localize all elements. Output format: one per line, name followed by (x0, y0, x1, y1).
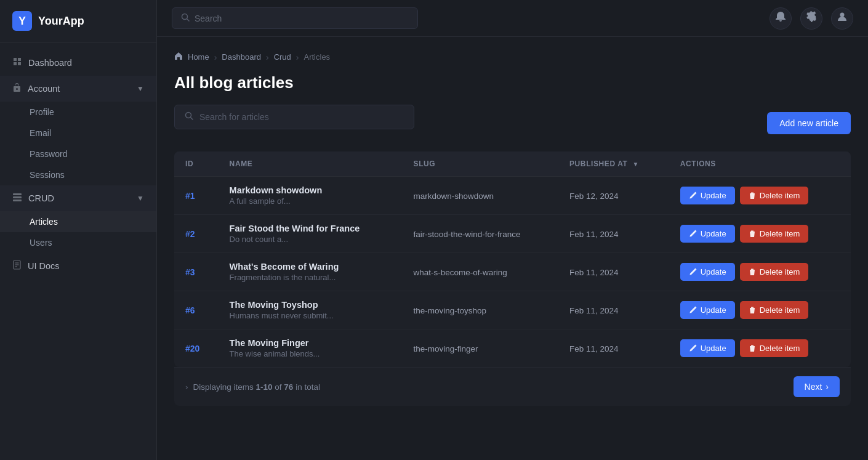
sidebar-item-label: UI Docs (28, 261, 60, 271)
cell-slug: fair-stood-the-wind-for-france (403, 215, 558, 253)
article-date-value: Feb 11, 2024 (569, 230, 619, 239)
cell-date: Feb 11, 2024 (558, 291, 669, 329)
sidebar-navigation: Dashboard Account ▼ Profile Email Passwo… (0, 42, 156, 460)
sidebar-subitem-email[interactable]: Email (0, 123, 156, 143)
edit-icon (689, 268, 697, 276)
delete-button[interactable]: Delete item (740, 301, 809, 319)
breadcrumb-home[interactable]: Home (188, 52, 209, 62)
article-excerpt-value: A full sample of... (230, 196, 392, 206)
update-button[interactable]: Update (680, 301, 735, 319)
topbar (157, 0, 868, 37)
app-logo[interactable]: Y YourApp (0, 0, 156, 42)
table-row: #6 The Moving Toyshop Humans must never … (174, 291, 851, 329)
delete-button[interactable]: Delete item (740, 339, 809, 357)
breadcrumb-dashboard[interactable]: Dashboard (222, 52, 261, 62)
sort-icon: ▼ (632, 161, 639, 167)
delete-button[interactable]: Delete item (740, 187, 809, 204)
notifications-button[interactable] (770, 7, 792, 30)
avatar-icon (837, 11, 848, 25)
article-date-value: Feb 11, 2024 (569, 306, 619, 315)
table-header: ID NAME SLUG PUBLISHED AT ▼ ACTIONS (174, 151, 851, 177)
action-buttons: Update Delete item (680, 263, 840, 281)
article-slug-value: fair-stood-the-wind-for-france (414, 230, 521, 239)
article-search-box[interactable] (174, 105, 414, 129)
sidebar-item-account[interactable]: Account ▼ (0, 76, 156, 102)
articles-tbody: #1 Markdown showdown A full sample of...… (174, 177, 851, 368)
breadcrumb-current: Articles (304, 52, 331, 62)
search-icon (181, 13, 190, 23)
search-input[interactable] (195, 14, 409, 23)
update-button[interactable]: Update (680, 187, 735, 204)
dashboard-icon (12, 57, 22, 69)
col-slug: SLUG (403, 151, 558, 177)
cell-date: Feb 11, 2024 (558, 329, 669, 368)
sidebar-subitem-profile[interactable]: Profile (0, 102, 156, 123)
bell-icon (775, 11, 786, 25)
breadcrumb: Home › Dashboard › Crud › Articles (174, 52, 851, 62)
cell-id: #2 (174, 215, 219, 253)
sidebar-item-uidocs[interactable]: UI Docs (0, 253, 156, 279)
expand-icon[interactable]: › (185, 382, 188, 392)
cell-slug: markdown-showdown (403, 177, 558, 215)
cell-actions: Update Delete item (669, 215, 851, 253)
update-button[interactable]: Update (680, 225, 735, 243)
article-excerpt-value: Do not count a... (230, 235, 392, 244)
article-search-icon (185, 111, 193, 123)
trash-icon (749, 306, 756, 314)
home-icon (174, 52, 183, 62)
sidebar-item-crud[interactable]: CRUD ▼ (0, 185, 156, 211)
cell-actions: Update Delete item (669, 291, 851, 329)
sidebar-subitem-sessions[interactable]: Sessions (0, 164, 156, 185)
article-id-value: #2 (185, 229, 195, 239)
article-id-value: #20 (185, 344, 199, 353)
sidebar-subitem-label: Profile (30, 107, 54, 117)
cell-actions: Update Delete item (669, 329, 851, 368)
add-article-button[interactable]: Add new article (767, 112, 851, 134)
article-search-input[interactable] (199, 112, 404, 122)
sidebar-subitem-label: Articles (30, 217, 58, 227)
col-published[interactable]: PUBLISHED AT ▼ (558, 151, 669, 177)
cell-actions: Update Delete item (669, 253, 851, 291)
sidebar-subitem-label: Email (30, 128, 51, 138)
breadcrumb-crud[interactable]: Crud (274, 52, 291, 62)
pagination: › Displaying items 1-10 of 76 in total N… (174, 367, 851, 406)
sidebar-item-dashboard[interactable]: Dashboard (0, 50, 156, 76)
cell-slug: what-s-become-of-waring (403, 253, 558, 291)
next-label: Next (805, 382, 822, 392)
next-button[interactable]: Next › (794, 376, 840, 397)
article-id-value: #3 (185, 267, 195, 277)
edit-icon (689, 230, 697, 238)
update-button[interactable]: Update (680, 263, 735, 281)
search-box[interactable] (172, 7, 418, 29)
cell-slug: the-moving-toyshop (403, 291, 558, 329)
user-avatar-button[interactable] (831, 7, 853, 30)
delete-button[interactable]: Delete item (740, 225, 809, 243)
settings-button[interactable] (800, 7, 822, 30)
crud-icon (12, 192, 22, 204)
svg-point-9 (840, 13, 845, 17)
breadcrumb-sep-2: › (266, 52, 269, 62)
sidebar-subitem-password[interactable]: Password (0, 143, 156, 164)
delete-button[interactable]: Delete item (740, 263, 809, 281)
action-buttons: Update Delete item (680, 301, 840, 319)
update-button[interactable]: Update (680, 339, 735, 357)
sidebar-subitem-articles[interactable]: Articles (0, 211, 156, 232)
cell-name: Markdown showdown A full sample of... (219, 177, 403, 215)
cell-id: #1 (174, 177, 219, 215)
chevron-down-icon: ▼ (137, 194, 144, 203)
article-slug-value: what-s-become-of-waring (414, 268, 507, 277)
svg-rect-1 (13, 196, 22, 198)
edit-icon (689, 344, 697, 352)
col-id: ID (174, 151, 219, 177)
cell-slug: the-moving-finger (403, 329, 558, 368)
chevron-down-icon: ▼ (137, 84, 144, 93)
sidebar-subitem-users[interactable]: Users (0, 232, 156, 253)
sidebar-subitem-label: Password (30, 149, 67, 159)
main-area: Home › Dashboard › Crud › Articles All b… (157, 0, 868, 460)
col-actions: ACTIONS (669, 151, 851, 177)
article-slug-value: markdown-showdown (414, 192, 494, 201)
app-name: YourApp (38, 15, 84, 28)
breadcrumb-sep-3: › (296, 52, 299, 62)
svg-line-11 (191, 118, 193, 120)
next-arrow-icon: › (826, 382, 829, 392)
